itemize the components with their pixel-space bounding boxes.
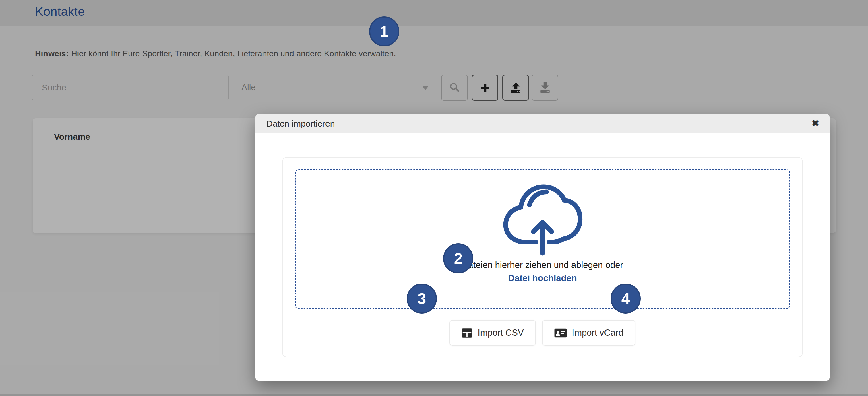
annotation-badge-2: 2 (443, 243, 473, 273)
modal-header: Daten importieren ✖ (255, 114, 830, 133)
annotation-badge-4: 4 (611, 284, 641, 314)
page-background: { "colors": { "primary_blue": "#2B5396",… (0, 0, 868, 396)
close-button[interactable]: ✖ (808, 114, 823, 133)
table-icon (462, 328, 472, 338)
import-csv-button[interactable]: Import CSV (450, 320, 536, 346)
file-dropzone[interactable]: Dateien hierher ziehen und ablegen oder … (295, 169, 790, 309)
import-dialog: Daten importieren ✖ Dateien hierher zieh… (255, 114, 830, 381)
annotation-badge-3: 3 (407, 284, 437, 314)
modal-title: Daten importieren (267, 114, 335, 133)
address-card-icon (554, 328, 567, 338)
dropzone-instruction: Dateien hierher ziehen und ablegen oder (296, 260, 789, 270)
upload-file-link[interactable]: Datei hochladen (508, 273, 577, 284)
annotation-badge-1: 1 (369, 16, 399, 46)
import-panel: Dateien hierher ziehen und ablegen oder … (282, 157, 803, 357)
import-buttons-row: Import CSV Import vCard (283, 320, 802, 346)
cloud-upload-icon (501, 179, 584, 257)
import-csv-label: Import CSV (477, 328, 524, 338)
import-vcard-label: Import vCard (572, 328, 623, 338)
import-vcard-button[interactable]: Import vCard (542, 320, 636, 346)
